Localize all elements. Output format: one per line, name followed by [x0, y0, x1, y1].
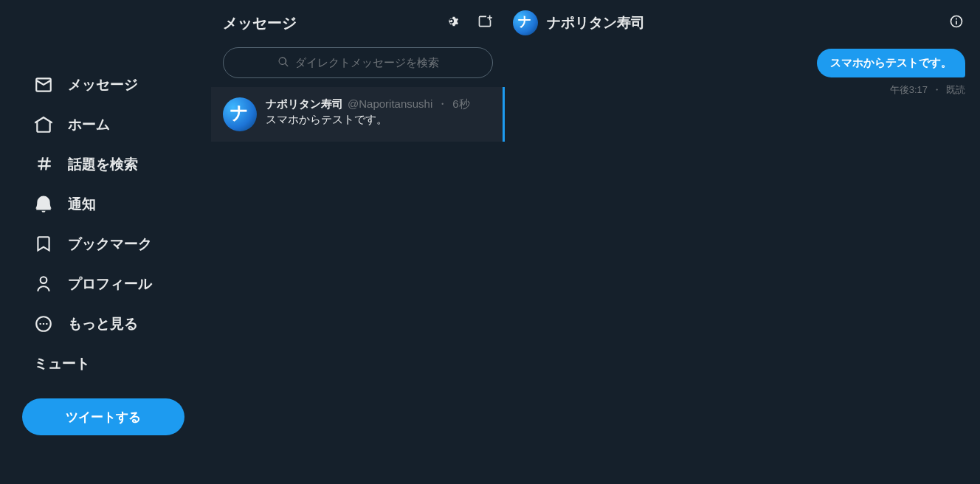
nav-item-home[interactable]: ホーム — [22, 108, 210, 142]
conversation-time: 6秒 — [452, 97, 469, 111]
dot-separator: ・ — [932, 83, 942, 97]
conversation-name: ナポリタン寿司 — [266, 97, 343, 111]
messages-area: スマホからテストです。 午後3:17 ・ 既読 — [505, 49, 980, 97]
nav-label: ミュート — [34, 354, 90, 373]
dm-settings-button[interactable] — [443, 12, 465, 34]
chat-title: ナポリタン寿司 — [547, 13, 645, 32]
nav-label: 通知 — [68, 195, 96, 214]
home-icon — [34, 115, 53, 134]
sidebar: メッセージ ホーム 話題を検索 通知 — [0, 0, 210, 484]
nav-item-mute[interactable]: ミュート — [22, 347, 210, 381]
new-message-icon — [477, 14, 492, 32]
avatar — [223, 97, 257, 131]
sent-message-bubble[interactable]: スマホからテストです。 — [817, 49, 965, 77]
nav-label: ブックマーク — [68, 235, 152, 254]
conversation-handle: @Naporitansushi — [348, 97, 432, 110]
tweet-button[interactable]: ツイートする — [22, 398, 184, 435]
chat-info-button[interactable] — [945, 11, 968, 35]
avatar — [513, 10, 538, 35]
bell-icon — [34, 195, 53, 214]
message-status: 既読 — [946, 83, 965, 97]
conversation-item[interactable]: ナポリタン寿司 @Naporitansushi ・ 6秒 スマホからテストです。 — [211, 87, 505, 142]
search-icon — [277, 56, 289, 70]
dm-list-column: メッセージ ダイレクトメッセージを検索 — [210, 0, 505, 484]
bookmark-icon — [34, 235, 53, 254]
nav-label: ホーム — [68, 115, 110, 134]
chat-column: ナポリタン寿司 スマホからテストです。 午後3:17 ・ 既読 — [505, 0, 980, 484]
dm-search-placeholder: ダイレクトメッセージを検索 — [295, 56, 439, 70]
nav-item-messages[interactable]: メッセージ — [22, 68, 210, 102]
dot-separator: ・ — [437, 97, 448, 111]
dm-search-input[interactable]: ダイレクトメッセージを検索 — [223, 47, 493, 78]
nav-label: プロフィール — [68, 274, 152, 294]
person-icon — [34, 274, 53, 294]
gear-icon — [446, 14, 461, 32]
hash-icon — [34, 155, 53, 174]
message-meta: 午後3:17 ・ 既読 — [890, 83, 965, 97]
nav-item-notifications[interactable]: 通知 — [22, 187, 210, 221]
envelope-icon — [34, 75, 53, 94]
nav-item-profile[interactable]: プロフィール — [22, 267, 210, 301]
info-icon — [949, 14, 964, 32]
nav-label: メッセージ — [68, 75, 138, 94]
dm-header: メッセージ — [211, 6, 505, 47]
new-dm-button[interactable] — [474, 12, 496, 34]
more-circle-icon — [34, 314, 53, 333]
conversation-preview: スマホからテストです。 — [266, 113, 491, 127]
message-time: 午後3:17 — [890, 83, 928, 97]
nav-item-more[interactable]: もっと見る — [22, 307, 210, 341]
nav-label: もっと見る — [68, 314, 138, 333]
nav-item-explore[interactable]: 話題を検索 — [22, 148, 210, 182]
chat-header: ナポリタン寿司 — [505, 6, 980, 49]
nav-item-bookmarks[interactable]: ブックマーク — [22, 227, 210, 261]
dm-title: メッセージ — [223, 13, 297, 33]
nav-label: 話題を検索 — [68, 155, 138, 174]
